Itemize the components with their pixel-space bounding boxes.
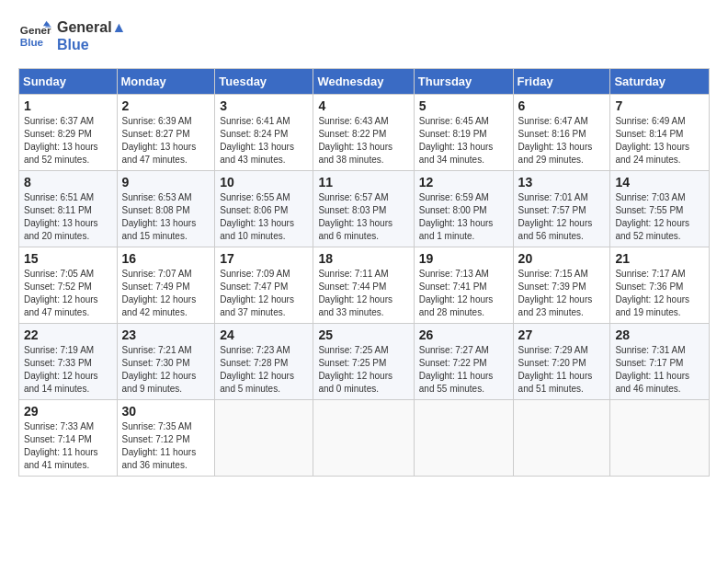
day-number: 7 — [615, 98, 704, 113]
day-header-saturday: Saturday — [610, 69, 710, 95]
calendar-container: General Blue General▲ Blue SundayMondayT… — [0, 0, 728, 563]
day-info: Sunrise: 7:33 AM Sunset: 7:14 PM Dayligh… — [24, 420, 112, 472]
day-number: 27 — [518, 327, 606, 342]
day-cell-25: 25Sunrise: 7:25 AM Sunset: 7:25 PM Dayli… — [313, 324, 414, 400]
day-number: 6 — [518, 98, 606, 113]
logo-text: General▲ — [57, 18, 126, 36]
day-info: Sunrise: 6:49 AM Sunset: 8:14 PM Dayligh… — [615, 115, 704, 167]
day-number: 22 — [24, 327, 112, 342]
day-info: Sunrise: 7:13 AM Sunset: 7:41 PM Dayligh… — [419, 268, 508, 319]
week-row-1: 1Sunrise: 6:37 AM Sunset: 8:29 PM Daylig… — [19, 95, 710, 171]
day-info: Sunrise: 7:17 AM Sunset: 7:36 PM Dayligh… — [615, 268, 704, 319]
calendar-grid: SundayMondayTuesdayWednesdayThursdayFrid… — [18, 68, 710, 477]
day-cell-19: 19Sunrise: 7:13 AM Sunset: 7:41 PM Dayli… — [414, 247, 513, 324]
day-info: Sunrise: 6:45 AM Sunset: 8:19 PM Dayligh… — [419, 115, 508, 167]
header: General Blue General▲ Blue — [18, 18, 710, 53]
week-row-4: 22Sunrise: 7:19 AM Sunset: 7:33 PM Dayli… — [19, 324, 710, 400]
day-header-tuesday: Tuesday — [215, 69, 313, 95]
day-cell-14: 14Sunrise: 7:03 AM Sunset: 7:55 PM Dayli… — [610, 171, 710, 247]
day-number: 3 — [220, 98, 308, 113]
day-cell-1: 1Sunrise: 6:37 AM Sunset: 8:29 PM Daylig… — [19, 95, 118, 171]
day-cell-28: 28Sunrise: 7:31 AM Sunset: 7:17 PM Dayli… — [610, 324, 710, 400]
day-cell-10: 10Sunrise: 6:55 AM Sunset: 8:06 PM Dayli… — [215, 171, 313, 247]
day-number: 12 — [419, 175, 508, 190]
logo-blue: Blue — [57, 36, 126, 53]
empty-cell — [215, 400, 313, 477]
day-header-wednesday: Wednesday — [313, 69, 414, 95]
day-cell-18: 18Sunrise: 7:11 AM Sunset: 7:44 PM Dayli… — [313, 247, 414, 324]
day-info: Sunrise: 7:23 AM Sunset: 7:28 PM Dayligh… — [220, 344, 308, 396]
day-cell-29: 29Sunrise: 7:33 AM Sunset: 7:14 PM Dayli… — [19, 400, 118, 477]
day-number: 21 — [615, 251, 704, 266]
day-number: 25 — [318, 327, 408, 342]
day-cell-7: 7Sunrise: 6:49 AM Sunset: 8:14 PM Daylig… — [610, 95, 710, 171]
day-number: 1 — [24, 98, 112, 113]
empty-cell — [610, 400, 710, 477]
day-number: 29 — [24, 404, 112, 419]
day-info: Sunrise: 6:59 AM Sunset: 8:00 PM Dayligh… — [419, 191, 508, 243]
day-info: Sunrise: 7:29 AM Sunset: 7:20 PM Dayligh… — [518, 344, 606, 396]
day-number: 8 — [24, 175, 112, 190]
day-header-friday: Friday — [513, 69, 610, 95]
day-headers-row: SundayMondayTuesdayWednesdayThursdayFrid… — [19, 69, 710, 95]
day-number: 4 — [318, 98, 408, 113]
day-cell-26: 26Sunrise: 7:27 AM Sunset: 7:22 PM Dayli… — [414, 324, 513, 400]
day-number: 28 — [615, 327, 704, 342]
day-info: Sunrise: 7:25 AM Sunset: 7:25 PM Dayligh… — [318, 344, 408, 396]
day-header-sunday: Sunday — [19, 69, 118, 95]
day-info: Sunrise: 7:11 AM Sunset: 7:44 PM Dayligh… — [318, 268, 408, 319]
day-info: Sunrise: 6:53 AM Sunset: 8:08 PM Dayligh… — [122, 191, 210, 243]
day-info: Sunrise: 7:15 AM Sunset: 7:39 PM Dayligh… — [518, 268, 606, 319]
day-number: 19 — [419, 251, 508, 266]
svg-text:Blue: Blue — [20, 36, 44, 48]
day-cell-20: 20Sunrise: 7:15 AM Sunset: 7:39 PM Dayli… — [513, 247, 610, 324]
day-info: Sunrise: 6:37 AM Sunset: 8:29 PM Dayligh… — [24, 115, 112, 167]
day-info: Sunrise: 6:43 AM Sunset: 8:22 PM Dayligh… — [318, 115, 408, 167]
day-cell-8: 8Sunrise: 6:51 AM Sunset: 8:11 PM Daylig… — [19, 171, 118, 247]
day-number: 11 — [318, 175, 408, 190]
day-cell-22: 22Sunrise: 7:19 AM Sunset: 7:33 PM Dayli… — [19, 324, 118, 400]
day-cell-6: 6Sunrise: 6:47 AM Sunset: 8:16 PM Daylig… — [513, 95, 610, 171]
day-cell-24: 24Sunrise: 7:23 AM Sunset: 7:28 PM Dayli… — [215, 324, 313, 400]
day-cell-13: 13Sunrise: 7:01 AM Sunset: 7:57 PM Dayli… — [513, 171, 610, 247]
day-info: Sunrise: 7:31 AM Sunset: 7:17 PM Dayligh… — [615, 344, 704, 396]
day-cell-21: 21Sunrise: 7:17 AM Sunset: 7:36 PM Dayli… — [610, 247, 710, 324]
day-info: Sunrise: 7:27 AM Sunset: 7:22 PM Dayligh… — [419, 344, 508, 396]
day-info: Sunrise: 7:05 AM Sunset: 7:52 PM Dayligh… — [24, 268, 112, 319]
day-cell-17: 17Sunrise: 7:09 AM Sunset: 7:47 PM Dayli… — [215, 247, 313, 324]
day-info: Sunrise: 7:01 AM Sunset: 7:57 PM Dayligh… — [518, 191, 606, 243]
empty-cell — [414, 400, 513, 477]
day-cell-4: 4Sunrise: 6:43 AM Sunset: 8:22 PM Daylig… — [313, 95, 414, 171]
day-number: 18 — [318, 251, 408, 266]
day-info: Sunrise: 7:09 AM Sunset: 7:47 PM Dayligh… — [220, 268, 308, 319]
empty-cell — [513, 400, 610, 477]
day-cell-23: 23Sunrise: 7:21 AM Sunset: 7:30 PM Dayli… — [117, 324, 215, 400]
day-cell-27: 27Sunrise: 7:29 AM Sunset: 7:20 PM Dayli… — [513, 324, 610, 400]
logo-icon: General Blue — [18, 19, 51, 52]
day-number: 10 — [220, 175, 308, 190]
day-number: 2 — [122, 98, 210, 113]
day-cell-11: 11Sunrise: 6:57 AM Sunset: 8:03 PM Dayli… — [313, 171, 414, 247]
day-header-monday: Monday — [117, 69, 215, 95]
day-cell-12: 12Sunrise: 6:59 AM Sunset: 8:00 PM Dayli… — [414, 171, 513, 247]
day-info: Sunrise: 7:35 AM Sunset: 7:12 PM Dayligh… — [122, 420, 210, 472]
day-cell-15: 15Sunrise: 7:05 AM Sunset: 7:52 PM Dayli… — [19, 247, 118, 324]
day-number: 30 — [122, 404, 210, 419]
week-row-2: 8Sunrise: 6:51 AM Sunset: 8:11 PM Daylig… — [19, 171, 710, 247]
day-number: 15 — [24, 251, 112, 266]
day-info: Sunrise: 7:07 AM Sunset: 7:49 PM Dayligh… — [122, 268, 210, 319]
week-row-3: 15Sunrise: 7:05 AM Sunset: 7:52 PM Dayli… — [19, 247, 710, 324]
day-number: 23 — [122, 327, 210, 342]
day-info: Sunrise: 7:21 AM Sunset: 7:30 PM Dayligh… — [122, 344, 210, 396]
day-cell-9: 9Sunrise: 6:53 AM Sunset: 8:08 PM Daylig… — [117, 171, 215, 247]
day-number: 20 — [518, 251, 606, 266]
empty-cell — [313, 400, 414, 477]
day-info: Sunrise: 6:55 AM Sunset: 8:06 PM Dayligh… — [220, 191, 308, 243]
week-row-5: 29Sunrise: 7:33 AM Sunset: 7:14 PM Dayli… — [19, 400, 710, 477]
day-info: Sunrise: 6:39 AM Sunset: 8:27 PM Dayligh… — [122, 115, 210, 167]
day-number: 26 — [419, 327, 508, 342]
day-cell-30: 30Sunrise: 7:35 AM Sunset: 7:12 PM Dayli… — [117, 400, 215, 477]
day-info: Sunrise: 6:41 AM Sunset: 8:24 PM Dayligh… — [220, 115, 308, 167]
day-cell-3: 3Sunrise: 6:41 AM Sunset: 8:24 PM Daylig… — [215, 95, 313, 171]
day-number: 13 — [518, 175, 606, 190]
